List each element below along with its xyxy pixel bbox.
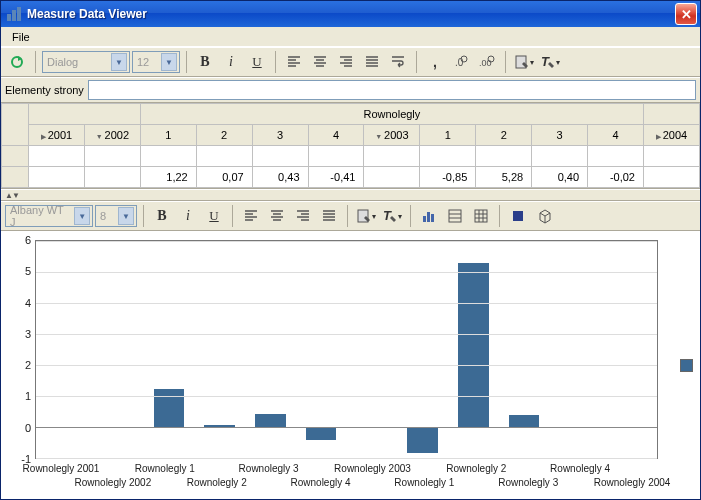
font-name-combo[interactable]: Dialog▼ bbox=[42, 51, 130, 73]
bar[interactable] bbox=[255, 414, 285, 427]
bar-cell bbox=[93, 241, 144, 458]
data-cell[interactable] bbox=[643, 167, 699, 188]
svg-rect-15 bbox=[449, 210, 461, 222]
decimal-sep-button[interactable]: , bbox=[423, 50, 447, 74]
data-table: Rownolegly ▶2001▼20021234▼20031234▶2004 … bbox=[1, 103, 700, 189]
row-header-empty bbox=[2, 146, 29, 167]
bar-cell bbox=[397, 241, 448, 458]
x-tick-label: Rownolegly 2004 bbox=[594, 477, 671, 488]
chart-legend bbox=[672, 232, 700, 499]
chart-align-right-button[interactable] bbox=[291, 204, 315, 228]
properties-button[interactable]: ▾ bbox=[512, 50, 536, 74]
col-header[interactable]: ▶2001 bbox=[29, 125, 85, 146]
box-3d-button[interactable] bbox=[532, 204, 556, 228]
data-cell[interactable]: 1,22 bbox=[140, 167, 196, 188]
col-header[interactable]: 4 bbox=[588, 125, 644, 146]
x-tick-label: Rownolegly 1 bbox=[135, 463, 195, 474]
italic-button[interactable]: i bbox=[219, 50, 243, 74]
fill-color-button[interactable] bbox=[506, 204, 530, 228]
data-cell[interactable] bbox=[84, 167, 140, 188]
bar[interactable] bbox=[458, 263, 488, 427]
y-tick-label: 6 bbox=[5, 234, 31, 246]
legend-swatch bbox=[680, 359, 693, 372]
svg-text:T: T bbox=[383, 208, 392, 223]
chart-justify-button[interactable] bbox=[317, 204, 341, 228]
chart-text-tools-button[interactable]: T▾ bbox=[380, 204, 404, 228]
page-elements-field[interactable] bbox=[88, 80, 696, 100]
svg-rect-13 bbox=[427, 212, 430, 222]
col-header[interactable]: 2 bbox=[196, 125, 252, 146]
align-center-button[interactable] bbox=[308, 50, 332, 74]
data-cell[interactable]: -0,41 bbox=[308, 167, 364, 188]
chart-font-name-combo[interactable]: Albany WT J▼ bbox=[5, 205, 93, 227]
bar-cell bbox=[600, 241, 651, 458]
x-tick-label: Rownolegly 3 bbox=[498, 477, 558, 488]
col-group-rownolegly: Rownolegly bbox=[140, 104, 643, 125]
chart-italic-button[interactable]: i bbox=[176, 204, 200, 228]
col-header[interactable]: ▶2004 bbox=[643, 125, 699, 146]
justify-button[interactable] bbox=[360, 50, 384, 74]
y-tick-label: 4 bbox=[5, 297, 31, 309]
bar-cell bbox=[194, 241, 245, 458]
chart-pane: -10123456 Rownolegly 2001Rownolegly 2002… bbox=[1, 231, 700, 499]
col-header[interactable]: 3 bbox=[252, 125, 308, 146]
bar[interactable] bbox=[154, 389, 184, 427]
chart-align-center-button[interactable] bbox=[265, 204, 289, 228]
col-header[interactable]: 1 bbox=[420, 125, 476, 146]
x-tick-label: Rownolegly 2002 bbox=[75, 477, 152, 488]
svg-rect-1 bbox=[12, 10, 16, 21]
increase-decimal-button[interactable]: .00 bbox=[475, 50, 499, 74]
bar-chart-button[interactable] bbox=[417, 204, 441, 228]
refresh-button[interactable] bbox=[5, 50, 29, 74]
grid-view-button[interactable] bbox=[469, 204, 493, 228]
col-header[interactable]: ▼2002 bbox=[84, 125, 140, 146]
bar-cell bbox=[296, 241, 347, 458]
menu-bar: File bbox=[1, 27, 700, 47]
menu-file[interactable]: File bbox=[6, 29, 36, 45]
row-header-data bbox=[2, 167, 29, 188]
data-cell[interactable]: -0,02 bbox=[588, 167, 644, 188]
data-cell[interactable]: -0,85 bbox=[420, 167, 476, 188]
data-cell[interactable]: 0,40 bbox=[532, 167, 588, 188]
data-cell[interactable]: 0,07 bbox=[196, 167, 252, 188]
close-button[interactable]: ✕ bbox=[675, 3, 697, 25]
col-header[interactable]: 3 bbox=[532, 125, 588, 146]
svg-rect-2 bbox=[17, 7, 21, 21]
page-elements-strip: Elementy strony bbox=[1, 77, 700, 103]
currency-button[interactable]: .0 bbox=[449, 50, 473, 74]
col-header[interactable]: ▼2003 bbox=[364, 125, 420, 146]
col-header[interactable]: 2 bbox=[476, 125, 532, 146]
list-view-button[interactable] bbox=[443, 204, 467, 228]
col-header[interactable]: 1 bbox=[140, 125, 196, 146]
font-size-combo[interactable]: 12▼ bbox=[132, 51, 180, 73]
x-tick-label: Rownolegly 2003 bbox=[334, 463, 411, 474]
text-tools-button[interactable]: T▾ bbox=[538, 50, 562, 74]
bar[interactable] bbox=[407, 427, 437, 453]
x-tick-label: Rownolegly 4 bbox=[550, 463, 610, 474]
bold-button[interactable]: B bbox=[193, 50, 217, 74]
pane-splitter[interactable]: ▲▼ bbox=[1, 189, 700, 201]
data-cell[interactable] bbox=[364, 167, 420, 188]
data-cell[interactable] bbox=[29, 167, 85, 188]
bar-cell bbox=[448, 241, 499, 458]
row-header-corner bbox=[2, 104, 29, 146]
chart-underline-button[interactable]: U bbox=[202, 204, 226, 228]
align-right-button[interactable] bbox=[334, 50, 358, 74]
align-left-button[interactable] bbox=[282, 50, 306, 74]
bar[interactable] bbox=[509, 415, 539, 427]
y-tick-label: 2 bbox=[5, 359, 31, 371]
wrap-button[interactable] bbox=[386, 50, 410, 74]
col-header[interactable]: 4 bbox=[308, 125, 364, 146]
underline-button[interactable]: U bbox=[245, 50, 269, 74]
data-cell[interactable]: 0,43 bbox=[252, 167, 308, 188]
data-cell[interactable]: 5,28 bbox=[476, 167, 532, 188]
toolbar-format-top: Dialog▼ 12▼ B i U , .0 .00 ▾ T▾ bbox=[1, 47, 700, 77]
chart-body: -10123456 Rownolegly 2001Rownolegly 2002… bbox=[5, 236, 668, 495]
chart-properties-button[interactable]: ▾ bbox=[354, 204, 378, 228]
x-tick-label: Rownolegly 4 bbox=[291, 477, 351, 488]
y-tick-label: 3 bbox=[5, 328, 31, 340]
chart-align-left-button[interactable] bbox=[239, 204, 263, 228]
chart-bold-button[interactable]: B bbox=[150, 204, 174, 228]
chart-font-size-combo[interactable]: 8▼ bbox=[95, 205, 137, 227]
bar[interactable] bbox=[306, 427, 336, 440]
